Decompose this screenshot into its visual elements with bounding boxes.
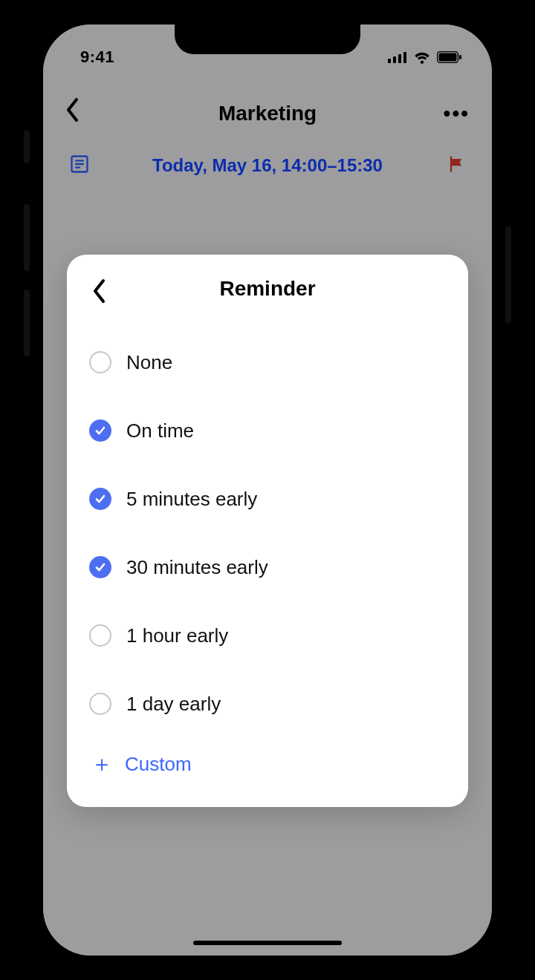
wifi-icon: [413, 50, 431, 64]
reminder-option-label: 1 day early: [126, 693, 221, 716]
reminder-option[interactable]: On time: [89, 397, 446, 464]
status-icons: [388, 50, 462, 64]
custom-reminder-button[interactable]: ＋ Custom: [89, 740, 446, 788]
radio-checked-icon: [89, 419, 111, 442]
phone-side-button: [24, 290, 30, 356]
phone-side-button: [24, 130, 30, 163]
reminder-option[interactable]: 5 minutes early: [89, 466, 446, 532]
phone-side-button: [24, 204, 30, 271]
modal-header: Reminder: [89, 277, 446, 301]
radio-checked-icon: [89, 556, 111, 578]
reminder-option-label: 5 minutes early: [126, 488, 257, 511]
plus-icon: ＋: [89, 749, 114, 780]
reminder-option-label: On time: [126, 419, 194, 442]
reminder-option[interactable]: 1 day early: [89, 670, 446, 737]
modal-title: Reminder: [219, 277, 315, 301]
notch: [175, 24, 360, 54]
radio-checked-icon: [89, 488, 111, 510]
phone-side-button: [505, 226, 511, 323]
modal-back-button[interactable]: [92, 278, 107, 307]
svg-rect-3: [403, 52, 406, 63]
svg-rect-0: [388, 59, 391, 63]
screen: 9:41 Marketing ••• Today, May 16, 14:00–…: [43, 24, 492, 956]
radio-unchecked-icon: [89, 351, 111, 373]
reminder-option[interactable]: 1 hour early: [89, 602, 446, 669]
chevron-left-icon: [92, 278, 107, 304]
reminder-option[interactable]: 30 minutes early: [89, 534, 446, 601]
phone-frame: 9:41 Marketing ••• Today, May 16, 14:00–…: [30, 11, 505, 969]
svg-rect-5: [439, 53, 457, 62]
reminder-option-label: 30 minutes early: [126, 556, 268, 579]
cellular-icon: [388, 51, 407, 63]
reminder-modal: Reminder NoneOn time5 minutes early30 mi…: [67, 255, 468, 807]
reminder-option-label: None: [126, 351, 172, 374]
home-indicator: [193, 941, 342, 945]
radio-unchecked-icon: [89, 693, 111, 715]
status-time: 9:41: [80, 48, 114, 67]
reminder-option[interactable]: None: [89, 329, 446, 396]
reminder-option-list: NoneOn time5 minutes early30 minutes ear…: [89, 329, 446, 737]
custom-reminder-label: Custom: [125, 753, 192, 776]
svg-rect-2: [398, 54, 401, 63]
svg-rect-6: [459, 55, 461, 59]
battery-icon: [437, 51, 462, 63]
reminder-option-label: 1 hour early: [126, 624, 228, 647]
svg-rect-1: [393, 56, 396, 63]
radio-unchecked-icon: [89, 624, 111, 647]
